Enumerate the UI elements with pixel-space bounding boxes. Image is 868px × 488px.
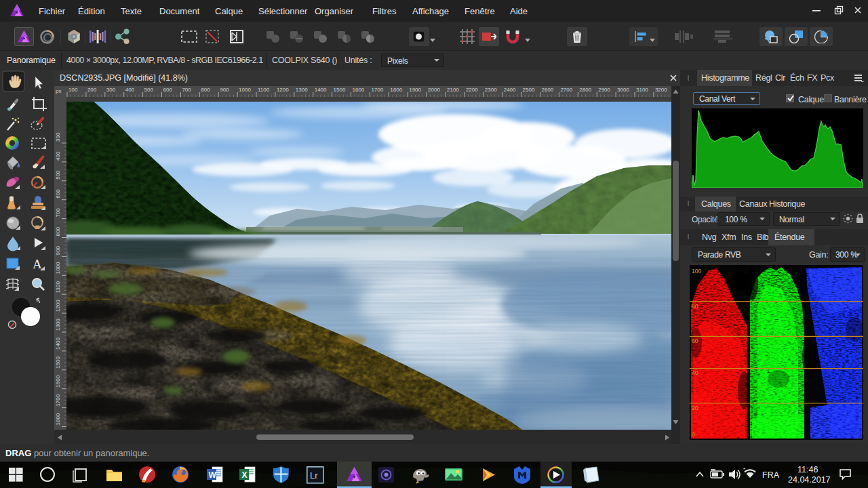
svg-text:1100: 1100 xyxy=(55,281,61,293)
svg-text:700: 700 xyxy=(55,208,61,218)
svg-text:1600: 1600 xyxy=(353,87,365,93)
svg-text:900: 900 xyxy=(55,246,61,256)
svg-text:1700: 1700 xyxy=(371,87,383,93)
svg-text:500: 500 xyxy=(55,170,61,180)
svg-text:px: px xyxy=(56,88,61,94)
svg-text:20: 20 xyxy=(692,405,698,411)
svg-text:1500: 1500 xyxy=(334,87,346,93)
svg-text:400: 400 xyxy=(55,151,61,161)
svg-text:1500: 1500 xyxy=(55,356,61,368)
svg-text:700: 700 xyxy=(182,87,191,93)
svg-text:2700: 2700 xyxy=(560,87,572,93)
svg-text:3100: 3100 xyxy=(636,87,648,93)
svg-text:1300: 1300 xyxy=(55,319,61,331)
svg-text:2800: 2800 xyxy=(579,87,591,93)
svg-text:1200: 1200 xyxy=(55,300,61,312)
svg-text:1800: 1800 xyxy=(390,87,402,93)
svg-text:W: W xyxy=(209,470,217,480)
svg-text:1600: 1600 xyxy=(55,375,61,387)
svg-text:100: 100 xyxy=(692,268,701,274)
svg-text:1000: 1000 xyxy=(239,87,251,93)
svg-text:3000: 3000 xyxy=(617,87,629,93)
svg-text:2000: 2000 xyxy=(428,87,440,93)
svg-text:Lr: Lr xyxy=(310,470,318,481)
svg-text:X: X xyxy=(242,470,248,480)
svg-text:600: 600 xyxy=(55,189,61,199)
svg-text:1400: 1400 xyxy=(315,87,327,93)
svg-text:1900: 1900 xyxy=(409,87,421,93)
svg-text:200: 200 xyxy=(87,87,97,93)
svg-text:1400: 1400 xyxy=(55,338,61,350)
svg-text:80: 80 xyxy=(692,303,698,310)
svg-text:60: 60 xyxy=(692,338,698,344)
svg-text:1300: 1300 xyxy=(296,87,308,93)
svg-text:FRA: FRA xyxy=(762,470,780,480)
svg-text:800: 800 xyxy=(201,87,210,93)
svg-text:2600: 2600 xyxy=(542,87,554,93)
svg-text:300: 300 xyxy=(55,132,61,142)
svg-text:1100: 1100 xyxy=(258,87,270,93)
svg-text:500: 500 xyxy=(144,87,154,93)
svg-text:600: 600 xyxy=(163,87,173,93)
svg-text:40: 40 xyxy=(692,369,698,376)
svg-text:3200: 3200 xyxy=(655,87,667,93)
svg-text:400: 400 xyxy=(125,87,135,93)
svg-text:0: 0 xyxy=(692,431,695,438)
svg-text:2200: 2200 xyxy=(466,87,478,93)
svg-text:2400: 2400 xyxy=(504,87,516,93)
svg-text:11:46: 11:46 xyxy=(797,465,818,474)
svg-text:2300: 2300 xyxy=(485,87,497,93)
svg-text:1000: 1000 xyxy=(55,262,61,274)
svg-text:1800: 1800 xyxy=(55,413,61,425)
svg-text:2900: 2900 xyxy=(598,87,610,93)
svg-text:300: 300 xyxy=(106,87,116,93)
svg-text:A: A xyxy=(33,257,42,271)
svg-text:1700: 1700 xyxy=(55,394,61,406)
svg-text:*: * xyxy=(743,466,745,472)
svg-text:1200: 1200 xyxy=(277,87,289,93)
svg-text:2500: 2500 xyxy=(523,87,535,93)
svg-text:900: 900 xyxy=(220,87,229,93)
svg-text:800: 800 xyxy=(55,227,61,237)
svg-text:24.04.2017: 24.04.2017 xyxy=(788,475,831,485)
svg-text:2100: 2100 xyxy=(447,87,459,93)
svg-text:100: 100 xyxy=(68,87,78,93)
